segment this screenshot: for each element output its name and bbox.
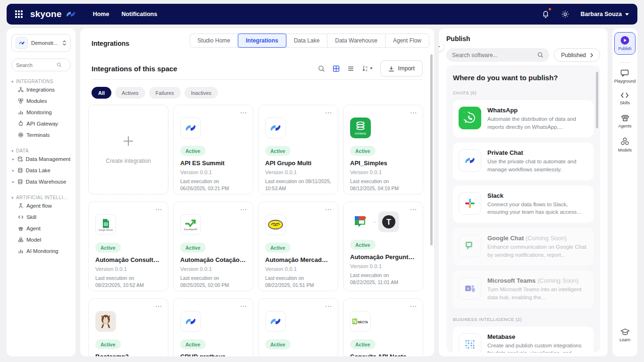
card-title: API ES Summit	[180, 160, 246, 167]
filter-failures[interactable]: Failures	[149, 87, 181, 99]
rail-item-agents[interactable]: Agents	[618, 114, 631, 128]
card-menu-button[interactable]: ...	[155, 204, 162, 211]
section-header-ai[interactable]: ▾ ARTIFICIAL INTELLI...	[11, 195, 71, 200]
sidebar-item-agent[interactable]: Agent	[11, 223, 71, 234]
card-title: Automação Consulta Ag...	[95, 256, 161, 263]
gear-icon[interactable]	[560, 9, 570, 19]
tab-studio-home[interactable]: Studio Home	[190, 34, 238, 48]
nav-link-notifications[interactable]: Notifications	[121, 11, 157, 17]
software-search[interactable]	[446, 48, 549, 62]
workspace-name: Demonstr...	[31, 40, 59, 46]
database-icon	[17, 179, 23, 185]
item-name: Slack	[487, 192, 588, 199]
card-version: Version 0.0.1	[180, 169, 246, 175]
rail-item-skills[interactable]: Skills	[620, 92, 630, 105]
tab-agent-flow[interactable]: Agent Flow	[385, 34, 429, 48]
nav-link-home[interactable]: Home	[93, 11, 109, 17]
sidebar-item-terminals[interactable]: Terminals	[11, 129, 71, 141]
card-version: Version 0.0.1	[265, 169, 331, 175]
create-integration-card[interactable]: Create integration	[88, 105, 168, 194]
sidebar-item-monitoring[interactable]: Monitoring	[11, 107, 71, 118]
chevron-right-icon: ▸	[12, 168, 15, 173]
sidebar-item-data-management[interactable]: ▸ Data Management	[11, 153, 71, 165]
tab-data-lake[interactable]: Data Lake	[286, 34, 328, 48]
sort-az-button[interactable]: AZ	[362, 65, 373, 72]
apps-grid-icon[interactable]	[15, 10, 23, 18]
card-menu-button[interactable]: ...	[155, 301, 162, 308]
sidebar-item-integrations[interactable]: Integrations	[11, 84, 71, 95]
integration-card[interactable]: ... Active CRUD pretheus	[173, 298, 253, 356]
list-view-icon[interactable]	[347, 65, 354, 72]
integration-card[interactable]: ... Active Bootcamp3	[88, 298, 168, 356]
card-title: API Grupo Multi	[265, 160, 331, 167]
section-title: Integrations of this space	[92, 65, 177, 73]
card-menu-button[interactable]: ...	[240, 107, 247, 115]
integration-card[interactable]: ... Active	[258, 298, 338, 356]
group-label-chats: CHATS (5)	[453, 90, 594, 95]
sidebar-item-agent-flow[interactable]: Agent flow	[11, 200, 71, 211]
software-search-input[interactable]	[452, 52, 537, 59]
published-button[interactable]: Published	[554, 48, 600, 62]
publish-item-whatsapp[interactable]: WhatsApp Automate the distribution of da…	[453, 100, 594, 137]
main-panel: Integrations Studio Home Integrations Da…	[80, 28, 434, 356]
section-header-integrations[interactable]: ▾ INTEGRATIONS	[11, 79, 71, 84]
card-menu-button[interactable]: ...	[410, 107, 417, 115]
sidebar-item-ai-monitoring[interactable]: AI Monitoring	[11, 245, 71, 257]
item-name: WhatsApp	[487, 107, 588, 114]
integration-card[interactable]: ... Active Automação MercadoLivre Versio…	[258, 202, 338, 291]
publish-item-metabase[interactable]: Metabase Create and publish custom integ…	[453, 327, 594, 353]
card-menu-button[interactable]: ...	[240, 301, 247, 308]
sidebar-item-data-lake[interactable]: ▸ Data Lake	[11, 165, 71, 176]
section-header-data[interactable]: ▾ DATA	[11, 148, 71, 153]
sidebar-item-skill[interactable]: Skill	[11, 211, 71, 223]
scrollbar[interactable]	[430, 54, 433, 245]
item-label: Modules	[26, 98, 47, 104]
sidebar-item-api-gateway[interactable]: API Gateway	[11, 118, 71, 129]
item-label: Model	[26, 237, 41, 243]
card-menu-button[interactable]: ...	[410, 204, 417, 211]
coming-soon-label: (Coming Soon)	[537, 277, 578, 284]
card-menu-button[interactable]: ...	[325, 204, 332, 211]
rail-item-learn[interactable]: Learn	[619, 328, 630, 342]
sidebar-item-model[interactable]: Model	[11, 234, 71, 245]
rail-label: Learn	[619, 337, 630, 342]
scrollbar[interactable]	[596, 72, 598, 128]
item-desc: Connect your data flows to Slack, ensuri…	[487, 201, 588, 216]
sidebar-search-input[interactable]	[16, 62, 54, 68]
filter-inactives[interactable]: Inactives	[184, 87, 218, 99]
tab-integrations[interactable]: Integrations	[238, 34, 286, 48]
integration-card[interactable]: ... DATABASE Active API_Simples Version …	[343, 105, 423, 194]
sidebar-search[interactable]	[11, 59, 71, 71]
integration-card[interactable]: ... Google Sheets Active Automação Consu…	[88, 202, 168, 291]
collapse-panel-button[interactable]: ▸	[439, 41, 444, 51]
model-icon	[18, 237, 24, 243]
rail-item-models[interactable]: Models	[618, 137, 632, 152]
filter-all[interactable]: All	[92, 87, 111, 99]
publish-item-microsoft-teams: T Microsoft Teams (Coming Soon) Turn Mic…	[453, 270, 594, 308]
brand-logo[interactable]: skyone	[30, 9, 77, 19]
card-menu-button[interactable]: ...	[325, 107, 332, 115]
publish-item-private-chat[interactable]: Private Chat Use the private chat to aut…	[453, 143, 594, 180]
import-button[interactable]: Import	[380, 60, 423, 76]
filter-actives[interactable]: Actives	[115, 87, 145, 99]
publish-item-slack[interactable]: Slack Connect your data flows to Slack, …	[453, 185, 594, 223]
card-menu-button[interactable]: ...	[325, 301, 332, 308]
card-menu-button[interactable]: ...	[410, 301, 417, 308]
integration-card[interactable]: ... -- T Active Automação Pergunta no...…	[343, 202, 423, 291]
sidebar-item-data-warehouse[interactable]: ▸ Data Warehouse	[11, 176, 71, 187]
user-menu[interactable]: Barbara Souza	[580, 11, 629, 17]
grid-view-icon[interactable]	[333, 65, 340, 72]
integration-card[interactable]: ... ForexRateAPI Active Automação Cotaçã…	[173, 202, 253, 291]
integration-card[interactable]: ... Active API Grupo Multi Version 0.0.1…	[258, 105, 338, 194]
integration-card[interactable]: ... NNECTA Active Consulta API Necta	[343, 298, 423, 356]
bell-icon[interactable]	[541, 9, 550, 19]
sidebar-item-modules[interactable]: Modules	[11, 95, 71, 107]
integration-card[interactable]: ... Active API ES Summit Version 0.0.1 L…	[173, 105, 253, 194]
card-menu-button[interactable]: ...	[240, 204, 247, 211]
rail-item-playground[interactable]: Playground	[614, 69, 636, 84]
card-last-execution: Last execution on 08/22/2025, 01:51 PM	[265, 275, 331, 288]
rail-item-publish[interactable]: Publish	[614, 32, 636, 55]
workspace-selector[interactable]: Demonstr...	[11, 34, 71, 52]
search-icon[interactable]	[318, 65, 325, 72]
tab-data-warehouse[interactable]: Data Warehouse	[327, 34, 385, 48]
